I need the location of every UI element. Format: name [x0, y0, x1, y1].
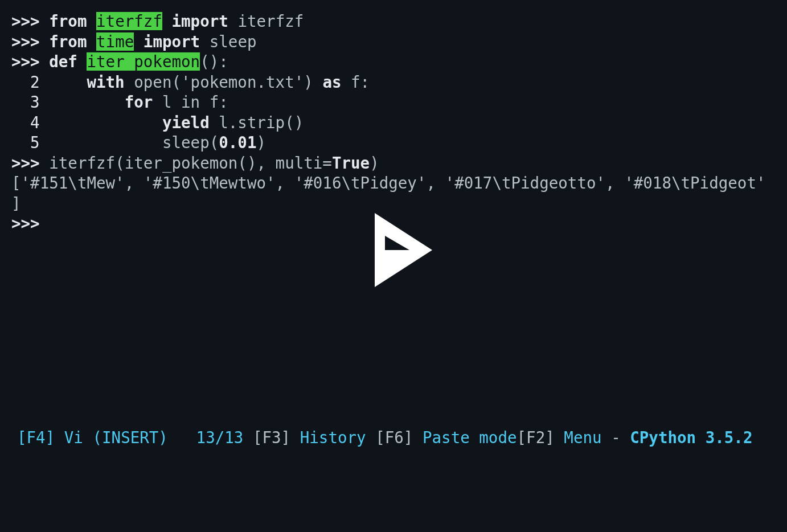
keyword-import: import [172, 12, 228, 30]
highlight-funcname: iter_pokemon [87, 52, 200, 71]
status-history: History [290, 428, 375, 447]
status-vi-mode: Vi (INSERT) [55, 428, 168, 447]
literal-number: 0.01 [219, 133, 256, 152]
line-number: 3 [11, 93, 125, 111]
repl-prompt: >>> [11, 214, 49, 232]
keyword-true: True [332, 154, 370, 172]
keyword-from: from [49, 32, 87, 51]
keyword-def: def [49, 52, 77, 71]
highlight-iterfzf: iterfzf [96, 12, 162, 30]
repl-prompt: >>> [11, 12, 49, 30]
line-number: 5 [11, 133, 162, 152]
code-line: 5 sleep(0.01) [11, 133, 776, 153]
status-f4-key: [F4] [17, 428, 55, 447]
keyword-yield: yield [162, 113, 210, 132]
code-line: >>> from time import sleep [11, 32, 776, 52]
terminal-pane[interactable]: >>> from iterfzf import iterfzf >>> from… [0, 0, 787, 532]
code-line: >>> from iterfzf import iterfzf [11, 11, 776, 32]
status-paste-mode: Paste mode [413, 428, 517, 447]
status-menu: Menu [555, 428, 611, 447]
code-line: >>> iterfzf(iter_pokemon(), multi=True) [11, 153, 776, 174]
line-number: 2 [11, 73, 87, 91]
keyword-from: from [49, 12, 87, 30]
code-line: 4 yield l.strip() [11, 113, 776, 133]
status-bar: [F4] Vi (INSERT) 13/13 [F3] History [F6]… [0, 428, 787, 448]
status-f2-key: [F2] [517, 428, 555, 447]
output-line: ['#151\tMew', '#150\tMewtwo', '#016\tPid… [11, 173, 776, 194]
repl-prompt: >>> [11, 154, 49, 172]
keyword-import: import [144, 32, 200, 51]
status-f6-key: [F6] [375, 428, 413, 447]
repl-prompt: >>> [11, 32, 49, 51]
status-f3-key: [F3] [253, 428, 290, 447]
keyword-for: for [125, 93, 153, 111]
status-dash: - [611, 428, 630, 447]
keyword-as: as [322, 73, 341, 91]
highlight-time: time [96, 32, 134, 51]
keyword-with: with [87, 73, 124, 91]
code-line: >>> def iter_pokemon(): [11, 52, 776, 72]
code-line: 3 for l in f: [11, 92, 776, 113]
line-number: 4 [11, 113, 162, 132]
play-icon [348, 204, 439, 296]
status-implementation: CPython 3.5.2 [630, 428, 752, 447]
repl-prompt: >>> [11, 52, 49, 71]
status-counter: 13/13 [196, 428, 253, 447]
code-line: 2 with open('pokemon.txt') as f: [11, 72, 776, 93]
play-button[interactable] [348, 204, 439, 296]
